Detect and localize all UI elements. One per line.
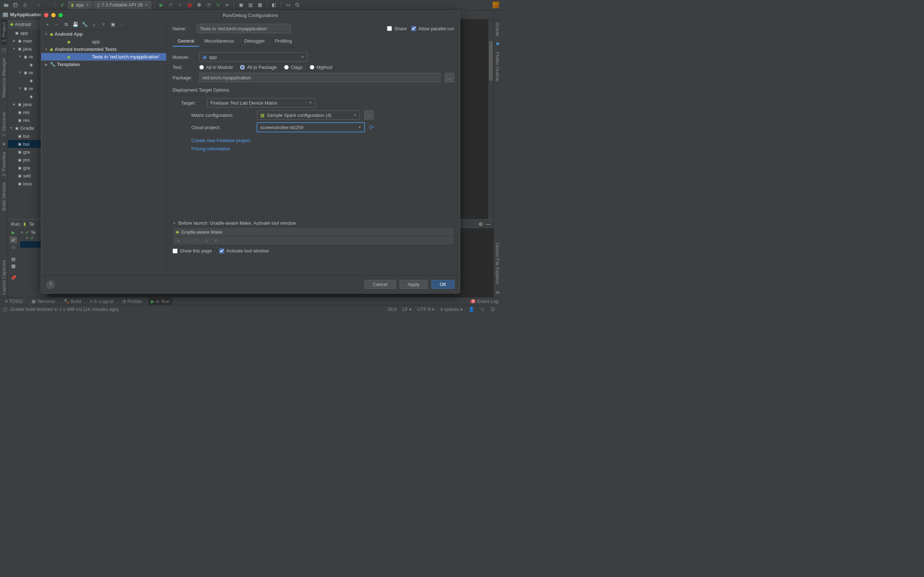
indent[interactable]: 4 spaces ♦ [437,306,465,312]
tree-row[interactable]: ▣bui [8,140,42,148]
config-tree-row[interactable]: ▼◆Android Instrumented Tests [41,45,166,53]
copy-icon[interactable]: ⧉ [62,21,70,29]
sdk-icon[interactable]: ▥ [247,1,254,9]
structure-tool-button[interactable]: 7: Structure [1,109,6,139]
device-file-explorer-tool-button[interactable]: Device File Explorer [495,240,500,287]
save-icon[interactable] [11,1,19,9]
tree-row[interactable]: ▶▣java [8,100,42,108]
flutter-icon[interactable]: ⚑ [496,39,500,49]
tree-row[interactable]: ◉ [8,76,42,84]
ok-button[interactable]: OK [431,280,455,289]
collapse-icon[interactable]: ▼ [173,221,176,225]
apply-changes-icon[interactable]: ⟳ [167,1,175,9]
caret-position[interactable]: 28:6 [385,306,399,312]
sync-icon[interactable] [21,1,29,9]
tree-row[interactable]: ▼▣re [8,69,42,76]
config-tree-row[interactable]: ▶🔧Templates [41,61,166,68]
profiler-tab[interactable]: ◔Profiler [120,298,144,305]
add-icon[interactable]: ＋ [43,21,51,29]
resource-manager-icon[interactable]: ▦ [256,1,264,9]
run-icon[interactable]: ▶ [157,1,165,9]
dialog-titlebar[interactable]: Run/Debug Configurations [41,11,460,19]
emulator-icon[interactable]: ▭ [284,1,292,9]
breadcrumb-project[interactable]: MyApplication [10,12,42,17]
show-page-checkbox[interactable]: Show this page [173,248,212,253]
browse-package-button[interactable]: … [445,73,454,82]
favorites-tool-button[interactable]: 2: Favorites [1,149,6,179]
window-controls[interactable] [44,13,63,17]
terminal-tab[interactable]: ▣Terminal [29,298,57,305]
tree-row[interactable]: ▣res [8,108,42,116]
create-firebase-project-link[interactable]: Create new Firebase project [191,138,250,143]
device-selector[interactable]: ▯ 7.3 Foldable API 29 ▼ [94,1,151,9]
package-input[interactable] [199,73,440,82]
radio-class[interactable]: Class [284,64,303,70]
zoom-icon[interactable] [58,13,63,17]
debug-restart-icon[interactable]: ≡ [176,1,184,9]
event-log-button[interactable]: Event Log [477,298,498,304]
star-icon[interactable]: ★ [2,139,6,149]
target-select[interactable]: Firebase Test Lab Device Matrix ▼ [207,98,315,108]
hammer-icon[interactable] [58,1,66,9]
add-icon[interactable]: ＋ [174,237,182,245]
edit-matrix-button[interactable]: … [364,110,373,120]
radio-all-in-package[interactable]: All in Package [240,64,276,70]
config-tree-row[interactable]: ◆app [41,38,166,45]
tree-row[interactable]: ◉ [8,61,42,69]
config-tree-row[interactable]: ◆Tests in 'red.torch.myapplication' [41,53,166,61]
parallel-run-checkbox[interactable]: Allow parallel run [411,26,454,31]
before-launch-list[interactable]: ◆Gradle-aware Make ＋ － ✎ ▲ ▼ [173,227,454,245]
down-icon[interactable]: ▼ [100,21,108,29]
pin-icon[interactable]: 📌 [10,275,16,280]
up-icon[interactable]: ▲ [90,21,98,29]
tool-window-icon[interactable]: ◫ [3,306,7,312]
apply-button[interactable]: Apply [399,280,428,289]
matrix-select[interactable]: ▦Sample Spark configuration (4) ▼ [257,110,360,120]
tree-row[interactable]: ▣sett [8,172,42,180]
cancel-button[interactable]: Cancel [365,280,396,289]
tree-row[interactable]: ▣gra [8,164,42,172]
close-icon[interactable] [44,13,48,17]
remove-icon[interactable]: － [53,21,61,29]
minimize-icon[interactable]: — [486,221,491,227]
share-checkbox[interactable]: Share [387,26,407,31]
debug-icon[interactable]: 🐞 [186,1,194,9]
tab-profiling[interactable]: Profiling [270,36,297,47]
tree-row[interactable]: ▼▣java [8,45,42,53]
emulator-tool-icon[interactable]: ≫ [495,287,500,297]
resource-manager-tool-button[interactable]: Resource Manager [1,55,6,101]
avatar[interactable] [493,2,499,8]
refresh-icon[interactable]: ⟳ [369,124,373,131]
run-tab[interactable]: ▶4: Run [149,298,172,305]
tab-general[interactable]: General [173,36,199,47]
name-input[interactable] [197,24,291,33]
remove-icon[interactable]: － [184,237,192,245]
tree-row[interactable]: ▶▣man [8,37,42,45]
layout-inspector-icon[interactable]: ◧ [270,1,278,9]
scrollbar-thumb[interactable] [489,41,493,81]
save-icon[interactable]: 💾 [71,21,79,29]
stop-icon[interactable]: ⊘ [11,245,16,250]
radio-all-in-module[interactable]: All in Module [199,64,233,70]
coverage-icon[interactable]: ⬢ [195,1,203,9]
tree-row[interactable]: ▼▣re [8,84,42,92]
toggle-auto-icon[interactable]: ✔ [10,237,17,243]
tree-row[interactable]: ▣pro [8,156,42,164]
tab-miscellaneous[interactable]: Miscellaneous [199,36,239,47]
up-icon[interactable]: ▲ [202,237,210,245]
back-icon[interactable]: ← [35,1,43,9]
layout-icon[interactable]: ▤ [11,256,16,262]
gear-icon[interactable]: ⚙ [478,221,483,227]
pricing-info-link[interactable]: Pricing information [191,146,230,152]
radio-method[interactable]: Method [310,64,332,70]
encoding[interactable]: UTF-8 ♦ [414,306,437,312]
line-ending[interactable]: LF ♦ [399,306,414,312]
project-panel-header[interactable]: ◆ Android [8,19,42,29]
wrench-icon[interactable]: 🔧 [81,21,89,29]
smile-icon[interactable]: ☺ [477,306,488,312]
help-button[interactable]: ? [46,280,55,289]
attach-debugger-icon[interactable]: ⇲ [214,1,221,9]
flutter-outline-tool-button[interactable]: Flutter Outline [495,49,500,84]
open-icon[interactable] [2,1,10,9]
scrollbar-track[interactable] [488,19,493,219]
